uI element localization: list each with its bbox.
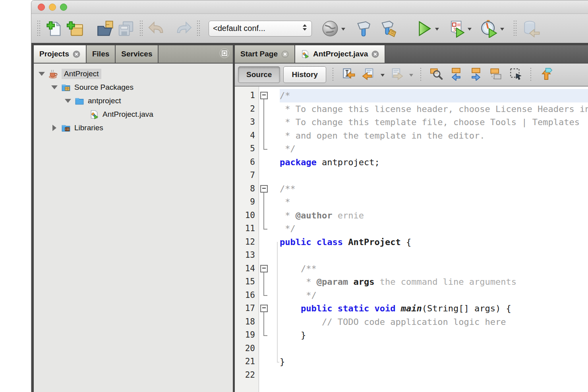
line-number[interactable]: 3 — [235, 116, 259, 129]
configuration-dropdown[interactable]: <default conf... — [209, 21, 312, 37]
forward-dropdown-caret[interactable] — [409, 74, 413, 79]
new-project-button[interactable] — [65, 18, 85, 39]
fold-toggle[interactable] — [260, 265, 268, 272]
toggle-highlight-button[interactable] — [487, 66, 504, 83]
tree-item-libraries[interactable]: Libraries — [34, 121, 233, 135]
rectangular-selection-button[interactable] — [507, 66, 524, 83]
window-titlebar[interactable] — [31, 0, 588, 14]
line-number[interactable]: 6 — [235, 156, 259, 169]
line-number[interactable]: 15 — [235, 275, 259, 289]
last-edit-button[interactable] — [340, 66, 357, 83]
tree-item-source-packages[interactable]: Source Packages — [34, 81, 233, 94]
next-occurrence-button[interactable] — [468, 66, 484, 83]
editor-toolbar-grip[interactable] — [420, 68, 422, 81]
code-text-area[interactable]: /* * To change this license header, choo… — [280, 87, 588, 392]
line-number[interactable]: 11 — [235, 222, 259, 236]
tree-item-antproject-package[interactable]: antproject — [34, 94, 233, 108]
code-line[interactable] — [280, 369, 588, 382]
float-window-icon[interactable] — [219, 48, 230, 60]
line-number[interactable]: 2 — [235, 102, 259, 116]
run-project-button[interactable] — [414, 18, 434, 39]
database-button[interactable] — [520, 18, 541, 39]
open-project-button[interactable] — [95, 18, 116, 39]
undo-button[interactable] — [147, 18, 167, 39]
fold-toggle[interactable] — [260, 305, 268, 312]
source-view-button[interactable]: Source — [238, 66, 280, 83]
code-line[interactable]: */ — [280, 222, 588, 236]
tree-item-antproject[interactable]: AntProject — [34, 67, 233, 81]
back-dropdown-caret[interactable] — [381, 74, 385, 79]
debug-project-button[interactable]: 3 — [446, 18, 467, 39]
code-line[interactable]: * @author ernie — [280, 209, 588, 222]
back-button[interactable] — [360, 66, 377, 83]
code-line[interactable]: * — [280, 195, 588, 209]
line-number[interactable]: 18 — [235, 315, 259, 329]
profile-project-button[interactable] — [479, 18, 499, 39]
clean-build-button[interactable] — [379, 18, 399, 39]
code-line[interactable]: */ — [280, 142, 588, 156]
editor-toolbar-grip[interactable] — [333, 68, 334, 81]
close-icon[interactable] — [281, 50, 289, 58]
line-number[interactable]: 16 — [235, 289, 259, 302]
set-main-project-button[interactable] — [320, 18, 340, 39]
editor-toolbar-grip[interactable] — [530, 68, 532, 81]
line-number[interactable]: 13 — [235, 249, 259, 262]
line-number[interactable]: 5 — [235, 142, 259, 156]
debug-dropdown-caret[interactable] — [468, 28, 472, 33]
new-file-button[interactable] — [44, 18, 65, 39]
code-line[interactable]: } — [280, 355, 588, 369]
history-view-button[interactable]: History — [283, 66, 326, 83]
code-line[interactable]: * and open the template in the editor. — [280, 129, 588, 143]
code-line[interactable]: } — [280, 328, 588, 342]
code-line[interactable]: * To change this template file, choose T… — [280, 116, 588, 129]
previous-bookmark-button[interactable] — [538, 66, 555, 83]
run-dropdown-caret[interactable] — [435, 28, 439, 33]
line-number[interactable]: 22 — [235, 369, 259, 382]
line-number[interactable]: 4 — [235, 129, 259, 143]
line-number[interactable]: 1 — [235, 89, 259, 102]
line-number[interactable]: 14 — [235, 262, 259, 276]
previous-occurrence-button[interactable] — [448, 66, 464, 83]
minimize-window-button[interactable] — [49, 4, 56, 11]
toolbar-grip[interactable] — [37, 21, 41, 37]
code-line[interactable]: * To change this license header, choose … — [280, 102, 588, 116]
line-number[interactable]: 8 — [235, 182, 259, 196]
toolbar-grip[interactable] — [514, 21, 517, 37]
code-line[interactable]: * @param args the command line arguments — [280, 275, 588, 289]
find-selection-button[interactable] — [428, 66, 445, 83]
build-project-button[interactable] — [353, 18, 374, 39]
tab-antproject-java[interactable]: AntProject.java — [295, 45, 385, 63]
tab-start-page[interactable]: Start Page — [235, 45, 295, 63]
expand-arrow-icon[interactable] — [38, 70, 46, 78]
line-number[interactable]: 12 — [235, 236, 259, 249]
profile-dropdown-caret[interactable] — [500, 28, 504, 33]
expand-arrow-icon[interactable] — [64, 97, 72, 105]
line-number[interactable]: 9 — [235, 195, 259, 209]
code-line[interactable]: */ — [280, 289, 588, 302]
expand-arrow-icon[interactable] — [50, 83, 58, 91]
line-number-gutter[interactable]: 12345678910111213141516171819202122 — [235, 87, 259, 392]
line-number[interactable]: 19 — [235, 328, 259, 342]
close-icon[interactable] — [73, 50, 80, 58]
collapse-arrow-icon[interactable] — [50, 124, 58, 132]
redo-button[interactable] — [173, 18, 193, 39]
code-line[interactable]: // TODO code application logic here — [280, 315, 588, 329]
fold-toggle[interactable] — [260, 92, 268, 99]
line-number[interactable]: 21 — [235, 355, 259, 369]
line-number[interactable]: 20 — [235, 342, 259, 355]
code-line[interactable] — [280, 249, 588, 262]
fold-toggle[interactable] — [260, 185, 268, 193]
close-window-button[interactable] — [38, 4, 45, 11]
globe-dropdown-caret[interactable] — [341, 28, 345, 33]
code-line[interactable]: /** — [280, 182, 588, 196]
code-line[interactable]: public class AntProject { — [280, 236, 588, 249]
tree-item-antproject-java[interactable]: AntProject.java — [34, 108, 233, 121]
code-line[interactable]: package antproject; — [280, 156, 588, 169]
tab-files[interactable]: Files — [87, 45, 116, 63]
toolbar-grip[interactable] — [197, 21, 200, 37]
tab-services[interactable]: Services — [116, 45, 159, 63]
code-line[interactable] — [280, 169, 588, 182]
close-icon[interactable] — [371, 50, 379, 58]
line-number[interactable]: 17 — [235, 302, 259, 315]
code-line[interactable]: /** — [280, 262, 588, 276]
